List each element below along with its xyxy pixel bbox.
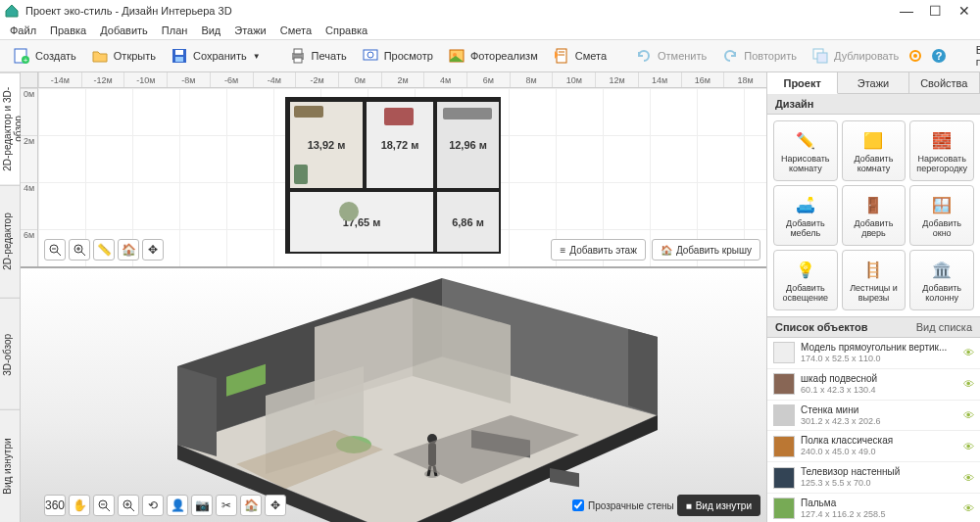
orbit-button[interactable]: 360: [44, 495, 66, 516]
svg-marker-33: [628, 329, 658, 415]
home-button[interactable]: 🏠: [118, 239, 139, 261]
viewport-3d[interactable]: 360 ✋ ⟲ 👤 📷 ✂ 🏠 ✥ Прозрачные стены ■Вид …: [21, 268, 766, 522]
panel-mode-label: Вид панели:: [976, 44, 980, 68]
svg-text:?: ?: [936, 50, 943, 62]
estimate-button[interactable]: Смета: [546, 44, 612, 68]
tab-properties[interactable]: Свойства: [909, 72, 980, 93]
chevron-down-icon: ▼: [253, 52, 261, 61]
menu-edit[interactable]: Правка: [44, 24, 92, 37]
vtab-2d3d[interactable]: 2D-редактор и 3D-обзор: [0, 72, 20, 185]
stairs-button[interactable]: 🪜Лестницы и вырезы: [842, 250, 906, 310]
add-roof-button[interactable]: 🏠Добавить крышу: [652, 239, 760, 261]
draw-room-button[interactable]: ✏️Нарисовать комнату: [773, 120, 838, 181]
visibility-icon[interactable]: 👁: [963, 347, 974, 358]
menu-help[interactable]: Справка: [319, 24, 373, 37]
room-5[interactable]: 6,86 м: [435, 190, 501, 254]
ruler-button[interactable]: 📏: [93, 239, 115, 261]
menu-file[interactable]: Файл: [4, 24, 42, 37]
ruler-vertical: 0м2м4м6м: [21, 88, 38, 266]
floorplan[interactable]: 13,92 м 18,72 м 12,96 м 17,65 м 6,86 м: [285, 97, 501, 254]
list-item[interactable]: Телевизор настенный125.3 x 5.5 x 70.0👁: [767, 462, 980, 494]
visibility-icon[interactable]: 👁: [963, 378, 974, 390]
preview-button[interactable]: Просмотр: [355, 44, 439, 68]
redo-button[interactable]: Повторить: [714, 44, 803, 68]
open-button[interactable]: Открыть: [84, 44, 162, 68]
print-button[interactable]: Печать: [282, 44, 353, 68]
menubar: Файл Правка Добавить План Вид Этажи Смет…: [0, 22, 980, 39]
room-3[interactable]: 12,96 м: [435, 100, 501, 190]
visibility-icon[interactable]: 👁: [963, 502, 974, 514]
estimate-icon: [552, 46, 571, 66]
vtab-2d[interactable]: 2D-редактор: [0, 185, 20, 298]
list-item[interactable]: шкаф подвесной60.1 x 42.3 x 130.4👁: [767, 369, 980, 401]
new-file-icon: +: [12, 46, 31, 66]
preview-icon: [361, 46, 380, 66]
add-column-button[interactable]: 🏛️Добавить колонну: [909, 250, 974, 310]
add-floor-button[interactable]: ≡Добавить этаж: [551, 239, 645, 261]
list-item[interactable]: Модель прямоугольник вертик...174.0 x 52…: [767, 338, 980, 369]
add-room-button[interactable]: 🟨Добавить комнату: [842, 120, 906, 181]
save-button[interactable]: Сохранить▼: [164, 44, 267, 68]
roof-icon: 🏠: [661, 245, 672, 256]
add-window-button[interactable]: 🪟Добавить окно: [909, 185, 974, 246]
draw-partition-button[interactable]: 🧱Нарисовать перегородку: [909, 120, 974, 181]
visibility-icon[interactable]: 👁: [963, 409, 974, 421]
menu-estimate[interactable]: Смета: [274, 24, 318, 37]
transparent-walls-checkbox[interactable]: Прозрачные стены: [572, 499, 674, 511]
menu-view[interactable]: Вид: [195, 24, 226, 37]
svg-rect-7: [294, 49, 302, 54]
rotate-button[interactable]: ⟲: [142, 495, 164, 516]
list-view-toggle[interactable]: Вид списка: [916, 321, 972, 333]
3d-scene: [138, 278, 667, 522]
camera-button[interactable]: 📷: [191, 495, 213, 516]
list-item[interactable]: Пальма127.4 x 116.2 x 258.5👁: [767, 494, 980, 522]
visibility-icon[interactable]: 👁: [963, 441, 974, 452]
viewport-2d[interactable]: -14м-12м-10м-8м-6м-4м-2м0м2м4м6м8м10м12м…: [21, 72, 766, 268]
zoom-out-3d-button[interactable]: [93, 495, 115, 516]
room-2[interactable]: 18,72 м: [365, 100, 435, 190]
room-icon: 🟨: [861, 128, 885, 152]
list-item[interactable]: Полка классическая240.0 x 45.0 x 49.0👁: [767, 431, 980, 462]
list-item[interactable]: Стенка мини301.2 x 42.3 x 202.6👁: [767, 401, 980, 432]
zoom-in-button[interactable]: [69, 239, 90, 261]
maximize-button[interactable]: ☐: [929, 3, 941, 19]
close-button[interactable]: ✕: [958, 3, 970, 19]
create-button[interactable]: +Создать: [6, 44, 82, 68]
pan-button[interactable]: ✋: [69, 495, 90, 516]
menu-floors[interactable]: Этажи: [228, 24, 271, 37]
menu-add[interactable]: Добавить: [94, 24, 154, 37]
visibility-icon[interactable]: 👁: [963, 472, 974, 484]
vtab-3d[interactable]: 3D-обзор: [0, 298, 20, 410]
titlebar: Проект эко-стиль - Дизайн Интерьера 3D —…: [0, 0, 980, 22]
svg-rect-42: [550, 468, 579, 487]
walk-button[interactable]: 👤: [167, 495, 188, 516]
home-3d-button[interactable]: 🏠: [240, 495, 262, 516]
minimize-button[interactable]: —: [900, 3, 911, 19]
tab-project[interactable]: Проект: [767, 72, 838, 94]
room-1[interactable]: 13,92 м: [288, 100, 365, 190]
settings-button[interactable]: [906, 45, 924, 67]
inside-view-button[interactable]: ■Вид изнутри: [677, 495, 760, 516]
menu-plan[interactable]: План: [156, 24, 194, 37]
photoreal-button[interactable]: Фотореализм: [441, 44, 544, 68]
add-door-button[interactable]: 🚪Добавить дверь: [842, 185, 906, 246]
add-furniture-button[interactable]: 🛋️Добавить мебель: [773, 185, 838, 246]
camera-icon: ■: [686, 500, 692, 511]
object-list-header: Список объектов: [775, 321, 867, 333]
clip-button[interactable]: ✂: [216, 495, 237, 516]
vtab-inside[interactable]: Вид изнутри: [0, 409, 20, 522]
fit-3d-button[interactable]: ✥: [265, 495, 286, 516]
move-button[interactable]: ✥: [142, 239, 164, 261]
add-lighting-button[interactable]: 💡Добавить освещение: [773, 250, 838, 310]
undo-button[interactable]: Отменить: [628, 44, 712, 68]
room-4[interactable]: 17,65 м: [288, 190, 435, 254]
vp2d-tools: 📏 🏠 ✥: [44, 239, 164, 261]
duplicate-button[interactable]: Дублировать: [805, 44, 905, 68]
help-button[interactable]: ?: [930, 45, 948, 67]
redo-icon: [720, 46, 740, 66]
tab-floors[interactable]: Этажи: [838, 72, 908, 93]
svg-rect-17: [817, 53, 827, 63]
zoom-in-3d-button[interactable]: [118, 495, 139, 516]
layers-icon: ≡: [560, 245, 565, 256]
zoom-out-button[interactable]: [44, 239, 66, 261]
